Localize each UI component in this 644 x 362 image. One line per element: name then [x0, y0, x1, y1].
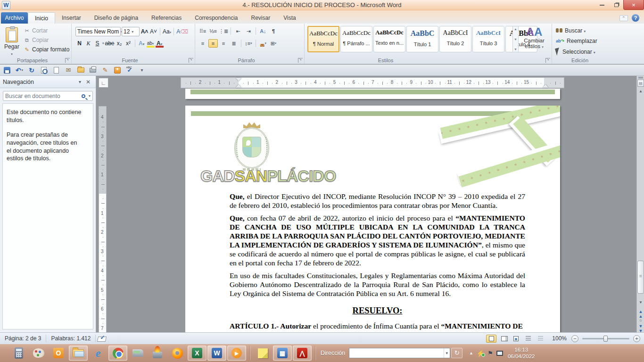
copy-button[interactable]: ⧉ Copiar [24, 37, 49, 43]
font-color-button[interactable]: A▾ [156, 39, 164, 48]
taskbar-paint[interactable] [29, 346, 48, 361]
select-button[interactable]: Seleccionar [556, 48, 595, 55]
taskbar-internet-explorer[interactable]: e [89, 346, 107, 361]
network-icon[interactable] [496, 351, 503, 356]
taskbar-media-player[interactable]: ▶ [227, 346, 246, 361]
highlight-button[interactable]: ab▾ [147, 39, 155, 48]
taskbar-excel[interactable]: X [188, 346, 206, 361]
justify-button[interactable]: ≣ [229, 39, 239, 48]
increase-indent-button[interactable]: ⇥ [244, 27, 253, 35]
decrease-indent-button[interactable]: ⇤ [233, 27, 243, 35]
font-size-combo[interactable]: 12▾ [122, 27, 140, 36]
open-button[interactable] [76, 66, 85, 74]
next-page-button[interactable]: ▼▼ [637, 324, 644, 333]
word-count[interactable]: Palabras: 1.412 [46, 335, 96, 342]
navigation-pane-menu-icon[interactable]: ▾ [76, 79, 83, 84]
spellcheck-status-icon[interactable] [98, 336, 106, 342]
shrink-font-button[interactable]: A˅ [149, 27, 157, 36]
address-refresh-icon[interactable]: ↻ [451, 348, 462, 358]
scroll-up-icon[interactable]: ▲ [637, 88, 644, 95]
vertical-ruler[interactable]: 43211234567 [99, 106, 107, 332]
cut-button[interactable]: ✂ Cortar [24, 27, 48, 34]
paste-button[interactable]: Pegar ▾ [3, 26, 21, 56]
grow-font-button[interactable]: A˄ [140, 27, 149, 36]
align-right-button[interactable]: ≡ [219, 39, 228, 48]
style-titulo-1[interactable]: AaBbCTítulo 1 [406, 26, 438, 52]
quick-print-button[interactable] [89, 66, 97, 74]
ruler-toggle-button[interactable]: ▤ [637, 80, 644, 87]
tab-vista[interactable]: Vista [277, 12, 302, 24]
tab-referencias[interactable]: Referencias [145, 12, 188, 24]
hanging-indent-marker[interactable] [236, 84, 241, 88]
line-spacing-button[interactable]: ↕≡▾ [244, 39, 253, 48]
navigation-pane-close-icon[interactable]: ✕ [83, 79, 93, 85]
taskbar-calculator[interactable] [9, 346, 28, 361]
scroll-down-icon[interactable]: ▼ [637, 299, 644, 306]
tab-archivo[interactable]: Archivo [1, 12, 28, 24]
styles-dialog-launcher[interactable] [545, 58, 550, 63]
tab-insertar[interactable]: Insertar [55, 12, 88, 24]
horizontal-ruler[interactable]: 21123456789101112131415 [181, 77, 564, 88]
action-center-flag-icon[interactable]: ⚑ [487, 350, 493, 357]
print-layout-view-button[interactable] [486, 335, 496, 343]
usb-device-icon[interactable]: ⚡ [477, 350, 484, 357]
web-layout-view-button[interactable] [511, 335, 521, 343]
taskbar-scanner[interactable] [128, 346, 147, 361]
redo-button[interactable]: ↻ [27, 66, 36, 74]
paragraph-dialog-launcher[interactable] [298, 58, 303, 63]
search-icon[interactable] [82, 94, 85, 98]
previous-page-button[interactable]: ▲▲ [637, 309, 644, 319]
numbering-button[interactable]: ⅓≡ [208, 27, 218, 35]
collapse-ribbon-icon[interactable]: ⌃ [619, 15, 628, 21]
bullets-button[interactable]: ⠿≡ [198, 27, 207, 35]
minimize-button[interactable] [595, 0, 609, 10]
tab-revisar[interactable]: Revisar [245, 12, 277, 24]
first-line-indent-marker[interactable] [236, 78, 241, 81]
format-painter-button[interactable]: ✎ Copiar formato [24, 46, 69, 53]
style-parrafo-de-lista[interactable]: AaBbCcDc¶ Párrafo ... [340, 26, 372, 52]
font-name-combo[interactable]: Times New Rom▾ [75, 27, 121, 36]
italic-button[interactable]: K [84, 39, 92, 48]
taskbar-outlook[interactable]: O [49, 346, 68, 361]
zoom-out-button[interactable]: − [571, 335, 578, 342]
style-normal[interactable]: AaBbCcDc¶ Normal [307, 26, 339, 52]
toolbar-options-button[interactable]: ▾ [138, 66, 146, 74]
change-case-button[interactable]: Aa▾ [163, 27, 171, 36]
search-input[interactable]: Buscar en documento ▾ [3, 91, 93, 101]
close-button[interactable]: × [623, 0, 644, 10]
undo-button[interactable]: ↶▾ [15, 66, 24, 74]
new-document-button[interactable] [52, 66, 60, 74]
save-button[interactable] [3, 66, 11, 74]
replace-button[interactable]: ab↷ Reemplazar [556, 38, 597, 44]
subscript-button[interactable]: x₂ [116, 39, 124, 48]
taskbar-nero-burning-rom[interactable] [148, 346, 167, 361]
multilevel-list-button[interactable]: ⋮≣ [219, 27, 228, 35]
right-indent-marker[interactable] [543, 84, 548, 88]
strikethrough-button[interactable]: abe [105, 39, 115, 48]
superscript-button[interactable]: x² [124, 39, 132, 48]
stamp-button[interactable]: * [113, 66, 122, 74]
outline-view-button[interactable] [523, 335, 533, 343]
browse-object-button[interactable]: ○ [637, 318, 644, 323]
vertical-scrollbar[interactable]: ▤ ▲ ▼ ▲▲ ○ ▼▼ [636, 76, 644, 332]
split-handle[interactable] [638, 77, 643, 79]
find-button[interactable]: Buscar [556, 27, 586, 34]
align-center-button[interactable]: ≡ [208, 39, 218, 48]
help-icon[interactable]: ? [632, 14, 639, 22]
print-preview-button[interactable] [40, 66, 48, 74]
style-texto-en-negrita[interactable]: AaBbCcDcTexto en n... [373, 26, 405, 52]
reading-view-button[interactable] [498, 335, 509, 343]
scrollbar-thumb[interactable] [637, 261, 644, 294]
zoom-level[interactable]: 100% [552, 335, 567, 342]
show-marks-button[interactable]: ¶ [269, 27, 278, 35]
zoom-slider-thumb[interactable] [603, 336, 608, 342]
bold-button[interactable]: N [75, 39, 83, 48]
clear-formatting-button[interactable]: A⌫ [176, 27, 188, 36]
search-options-icon[interactable]: ▾ [89, 94, 91, 98]
taskbar-file-explorer[interactable] [69, 346, 88, 361]
styles-gallery-scroll[interactable]: ▲▼▼ [512, 26, 519, 52]
font-dialog-launcher[interactable] [189, 58, 193, 63]
address-input[interactable]: ▾ [349, 348, 450, 358]
taskbar-word[interactable]: W [207, 346, 226, 361]
mail-attachment-button[interactable]: ✉ [64, 66, 73, 74]
